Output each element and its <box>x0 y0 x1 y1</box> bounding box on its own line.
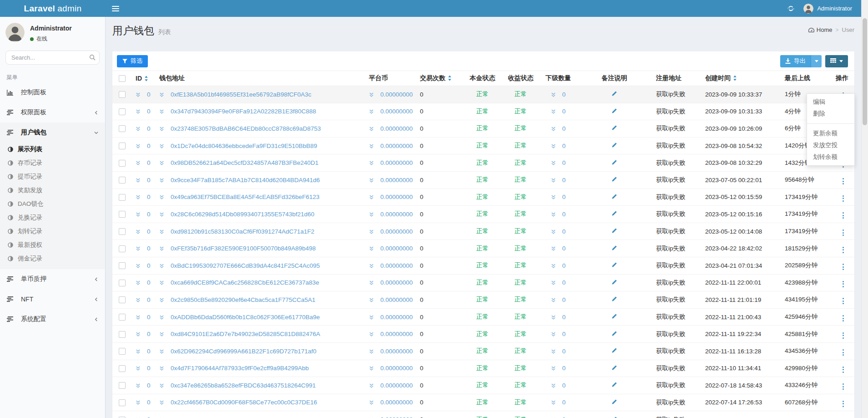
expand-icon[interactable] <box>551 229 559 234</box>
row-checkbox[interactable] <box>119 194 126 201</box>
row-actions-icon[interactable] <box>840 365 846 374</box>
row-checkbox[interactable] <box>119 228 126 235</box>
wallet-address-link[interactable]: 0xca669dCE8f9CACa6c256828CbE612CE36737a8… <box>171 279 319 286</box>
edit-note-icon[interactable] <box>611 416 617 418</box>
row-checkbox[interactable] <box>119 365 126 372</box>
wallet-address-link[interactable]: 0x1Dc7e04dc804636ebbcedeFa9FD31c9E510BbB… <box>171 143 317 149</box>
breadcrumb-home-link[interactable]: Home <box>808 26 833 33</box>
row-checkbox[interactable] <box>119 348 126 355</box>
row-checkbox[interactable] <box>119 314 126 321</box>
expand-icon[interactable] <box>369 366 377 371</box>
expand-icon[interactable] <box>551 332 559 337</box>
row-checkbox[interactable] <box>119 331 126 338</box>
sidebar-item[interactable]: 控制面板 <box>0 82 105 102</box>
row-actions-icon[interactable] <box>840 211 846 220</box>
expand-icon[interactable] <box>369 246 377 251</box>
wallet-address-link[interactable]: 0xADDBb6DdaD560f6b0b1C8c062F306Ee61770Ba… <box>171 314 320 321</box>
expand-icon[interactable] <box>369 92 377 97</box>
sidebar-subitem[interactable]: DAO锁仓 <box>0 197 105 211</box>
wallet-address-link[interactable]: 0xd84C9101E2a6D7e7b49023eD58285C81D88247… <box>171 331 320 337</box>
column-header[interactable]: 交易次数 <box>416 71 464 86</box>
column-header[interactable]: ID <box>132 71 156 86</box>
expand-icon[interactable] <box>369 229 377 234</box>
expand-icon[interactable] <box>159 400 167 405</box>
expand-icon[interactable] <box>551 366 559 371</box>
sort-icon[interactable] <box>445 74 452 82</box>
edit-note-icon[interactable] <box>611 365 617 371</box>
expand-icon[interactable] <box>369 127 377 132</box>
wallet-address-link[interactable]: 0x98DB526621a64Dec5cfD324857A487B3FBe240… <box>171 159 318 166</box>
user-menu[interactable]: Administrator <box>803 4 852 14</box>
edit-note-icon[interactable] <box>611 313 617 319</box>
sidebar-item[interactable]: 用户钱包 <box>0 122 105 143</box>
expand-icon[interactable] <box>136 315 144 320</box>
sidebar-subitem[interactable]: 最新授权 <box>0 238 105 252</box>
export-button[interactable]: 导出 <box>780 55 811 67</box>
row-checkbox[interactable] <box>119 211 126 218</box>
row-checkbox[interactable] <box>119 417 126 418</box>
search-input[interactable] <box>5 51 100 65</box>
wallet-address-link[interactable]: 0xFEf35b716dF382E590E9100F50070b849A89b4… <box>171 245 316 252</box>
expand-icon[interactable] <box>551 400 559 405</box>
row-actions-icon[interactable] <box>840 399 846 408</box>
column-header[interactable]: 创建时间 <box>701 71 781 86</box>
expand-icon[interactable] <box>159 127 167 132</box>
expand-icon[interactable] <box>136 298 144 303</box>
action-menu-item[interactable]: 更新余额 <box>807 127 854 139</box>
action-menu-item[interactable]: 编辑 <box>807 96 854 108</box>
wallet-address-link[interactable]: 0xfE138A5b01bf469855Ef31ee56792aB98fCF0A… <box>171 91 311 98</box>
expand-icon[interactable] <box>551 383 559 388</box>
expand-icon[interactable] <box>159 366 167 371</box>
wallet-address-link[interactable]: 0x62D962294Cd996999A661B22F1c69D727b171a… <box>171 348 317 355</box>
filter-button[interactable]: 筛选 <box>117 55 148 67</box>
wallet-address-link[interactable]: 0x4d7F1790644Af787933c9fF0e2cff9a9B4299A… <box>171 365 309 372</box>
expand-icon[interactable] <box>369 144 377 149</box>
row-checkbox[interactable] <box>119 177 126 184</box>
row-checkbox[interactable] <box>119 262 126 269</box>
export-caret-button[interactable] <box>811 55 822 67</box>
sidebar-item[interactable]: NFT <box>0 289 105 309</box>
expand-icon[interactable] <box>159 229 167 234</box>
action-menu-item[interactable]: 发放空投 <box>807 139 854 151</box>
expand-icon[interactable] <box>136 195 144 200</box>
expand-icon[interactable] <box>159 298 167 303</box>
expand-icon[interactable] <box>136 109 144 114</box>
edit-note-icon[interactable] <box>611 159 617 165</box>
row-actions-icon[interactable] <box>840 331 846 340</box>
expand-icon[interactable] <box>551 298 559 303</box>
column-selector-button[interactable] <box>825 55 848 67</box>
row-actions-icon[interactable] <box>840 296 846 306</box>
expand-icon[interactable] <box>551 109 559 114</box>
expand-icon[interactable] <box>159 195 167 200</box>
sidebar-item[interactable]: 单币质押 <box>0 269 105 289</box>
row-checkbox[interactable] <box>119 382 126 389</box>
sidebar-subitem[interactable]: 佣金记录 <box>0 252 105 265</box>
expand-icon[interactable] <box>369 349 377 354</box>
expand-icon[interactable] <box>159 349 167 354</box>
sidebar-subitem[interactable]: 兑换记录 <box>0 211 105 224</box>
row-checkbox[interactable] <box>119 91 126 98</box>
row-checkbox[interactable] <box>119 108 126 115</box>
wallet-address-link[interactable]: 0x23748E3057BdBAB6C64EDb80ccC8788c69aD87… <box>171 125 321 132</box>
edit-note-icon[interactable] <box>611 279 617 285</box>
row-actions-icon[interactable] <box>840 177 846 186</box>
row-checkbox[interactable] <box>119 296 126 303</box>
expand-icon[interactable] <box>369 212 377 217</box>
sidebar-subitem[interactable]: 奖励发放 <box>0 184 105 197</box>
expand-icon[interactable] <box>369 280 377 285</box>
edit-note-icon[interactable] <box>611 194 617 199</box>
wallet-address-link[interactable]: 0xd98120b91c583130C0aCf6Ff0391274AdC71a1… <box>171 228 314 235</box>
expand-icon[interactable] <box>369 315 377 320</box>
sidebar-toggle-button[interactable] <box>106 0 126 17</box>
expand-icon[interactable] <box>551 161 559 166</box>
expand-icon[interactable] <box>159 109 167 114</box>
expand-icon[interactable] <box>136 127 144 132</box>
expand-icon[interactable] <box>551 178 559 183</box>
search-icon[interactable] <box>89 54 96 61</box>
expand-icon[interactable] <box>136 383 144 388</box>
edit-note-icon[interactable] <box>611 210 617 216</box>
expand-icon[interactable] <box>136 161 144 166</box>
expand-icon[interactable] <box>369 178 377 183</box>
expand-icon[interactable] <box>136 229 144 234</box>
edit-note-icon[interactable] <box>611 347 617 353</box>
